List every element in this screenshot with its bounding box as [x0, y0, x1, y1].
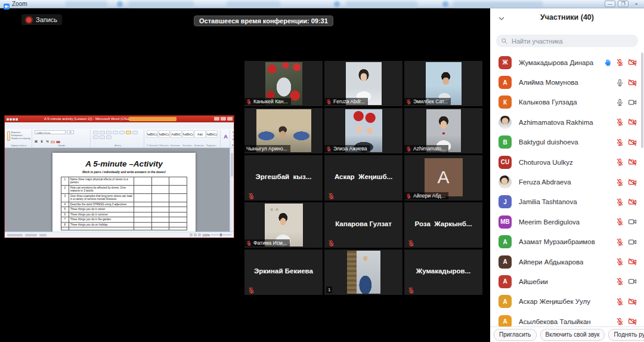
participant-row[interactable]: А Айпери Абдыкарова: [490, 252, 644, 272]
video-tile[interactable]: Капарова Гулзат: [324, 202, 402, 248]
unmute-button[interactable]: Включить свой звук: [540, 329, 605, 341]
participant-row[interactable]: B Baktygul duishoeva: [490, 133, 644, 152]
mic-muted-icon: [616, 218, 624, 226]
shared-word-window[interactable]: A 5-minute activity (Lesson 2)) - Micros…: [5, 116, 234, 238]
video-tile[interactable]: Аскар Жеңишб...: [324, 155, 402, 201]
video-tile[interactable]: 1: [324, 249, 402, 295]
participant-row[interactable]: А Алийма Момунова: [490, 72, 644, 92]
video-tile[interactable]: Feruza Abdr...: [324, 61, 402, 106]
answer-cell: [169, 185, 187, 193]
sort-button[interactable]: [119, 131, 125, 134]
participant-row[interactable]: Ж Жумакадырова Динара: [490, 53, 644, 72]
mic-muted-icon: [616, 118, 624, 126]
format-buttons[interactable]: Ж К Ч: [35, 140, 60, 143]
search-box[interactable]: [496, 35, 638, 47]
invite-button[interactable]: Пригласить: [494, 329, 537, 341]
mic-muted-icon: [248, 191, 255, 198]
video-tile[interactable]: Чыныгул Арино...: [244, 108, 323, 153]
style-chip[interactable]: Aab Название: [194, 130, 206, 143]
video-tile[interactable]: Эркинай Бекиева: [244, 249, 323, 295]
zoom-app-window: Zoom — ❐ × Запись Оставшееся время конфе…: [0, 0, 644, 342]
font-color-icon[interactable]: [56, 141, 60, 143]
answer-cell: [134, 207, 152, 212]
participant-row[interactable]: А Асылбекова Талыйкан: [490, 312, 644, 326]
participant-row[interactable]: А Азамат Мурзаибраимов: [490, 232, 644, 252]
tile-badge: 1: [326, 286, 332, 293]
search-input[interactable]: [510, 37, 633, 45]
blurred-app-dot: [334, 1, 340, 7]
multilevel-button[interactable]: [106, 131, 112, 134]
video-tile[interactable]: Эмилбек Сат...: [404, 61, 482, 106]
shading-button[interactable]: [106, 135, 112, 139]
copy-button[interactable]: Копировать: [11, 134, 30, 137]
video-tile[interactable]: Эргешбай кыз...: [244, 155, 323, 201]
participant-row[interactable]: MB Meerim Berdigulova: [490, 212, 644, 232]
participant-row[interactable]: А Аскар Жеңишбек Уулу: [490, 292, 644, 312]
select-button[interactable]: Выделить: [233, 138, 234, 141]
tile-participant-name: Жумакадыров...: [404, 249, 482, 295]
participant-row[interactable]: CU Choturova Uulkyz: [490, 152, 644, 172]
video-tile[interactable]: Фатима Исм...: [244, 202, 323, 248]
video-tile[interactable]: Azhimamato...: [404, 108, 482, 153]
align-right-button[interactable]: [93, 135, 98, 139]
word-window-controls[interactable]: [214, 117, 233, 121]
minimize-button[interactable]: —: [605, 1, 615, 7]
font-size-select[interactable]: 11: [67, 130, 74, 134]
style-chip[interactable]: AaBbCcI 1 Обычный: [147, 130, 158, 143]
word-title-bar[interactable]: A 5-minute activity (Lesson 2)) - Micros…: [5, 116, 234, 122]
cut-button[interactable]: Вырезать: [11, 131, 30, 134]
document-area[interactable]: A 5-minute –Activity Work in pairs / ind…: [5, 148, 234, 232]
video-tile[interactable]: A Айпери Абд...: [404, 155, 482, 201]
view-mode-icon[interactable]: [198, 233, 201, 236]
font-name-select[interactable]: Calibri (Осно: [35, 130, 66, 134]
participant-name: Айшебии: [519, 278, 548, 285]
document-scrollbar[interactable]: [230, 148, 234, 232]
participant-name: Асылбекова Талыйкан: [519, 318, 591, 325]
style-chip[interactable]: AaBbCc. Подзагол...: [206, 130, 218, 143]
word-status-bar: 100%: [5, 232, 234, 238]
quick-access-toolbar[interactable]: [7, 118, 18, 121]
close-button[interactable]: ×: [631, 1, 642, 7]
list-button[interactable]: [93, 131, 98, 134]
participant-row[interactable]: К Калыкова Гулзада: [490, 93, 644, 112]
replace-button[interactable]: Заменить: [233, 134, 234, 137]
participant-row[interactable]: Feruza Abdraeva: [490, 172, 644, 192]
participant-row[interactable]: А Айшебии: [490, 272, 644, 291]
raise-hand-button[interactable]: Поднять руку: [608, 329, 644, 341]
view-mode-icon[interactable]: [194, 233, 197, 236]
participant-avatar-photo: [499, 116, 512, 129]
video-tile[interactable]: Роза Жаркынб...: [404, 202, 482, 248]
video-tile[interactable]: Жумакадыров...: [404, 249, 482, 295]
mic-muted-icon: [328, 238, 335, 245]
participant-row[interactable]: Azhimamatova Rakhima: [490, 112, 644, 132]
style-chip[interactable]: AaBbCc Заголово...: [182, 130, 194, 143]
format-painter-button[interactable]: Формат по образцу: [11, 137, 30, 140]
justify-button[interactable]: [100, 135, 105, 139]
video-tile[interactable]: Элиза Ажиева: [324, 108, 402, 153]
group-caption: Редактирование: [231, 144, 234, 147]
style-chip[interactable]: AaBbCcI 1 Без инте...: [159, 130, 170, 143]
indent-button[interactable]: [113, 131, 118, 134]
participant-avatar: К: [499, 95, 512, 109]
maximize-button[interactable]: ❐: [618, 1, 628, 7]
align-left-button[interactable]: [126, 131, 131, 134]
ribbon-tabs: [5, 122, 234, 129]
style-chip[interactable]: AaBbC Заголово...: [171, 130, 182, 143]
participant-row[interactable]: J Jamilia Tashtanova: [490, 192, 644, 212]
panel-scrollbar[interactable]: [641, 53, 643, 148]
align-center-button[interactable]: [132, 131, 138, 134]
camera-off-icon: [628, 118, 637, 127]
video-tile[interactable]: Каныкей Кан...: [244, 61, 323, 106]
chevron-down-icon[interactable]: [498, 14, 505, 21]
numbering-button[interactable]: [100, 131, 105, 134]
change-styles-icon[interactable]: А: [224, 134, 228, 140]
zoom-slider[interactable]: [211, 235, 231, 235]
participant-name: Жумакадырова Динара: [519, 59, 593, 66]
paste-icon[interactable]: [7, 131, 10, 141]
tile-name-label: Чыныгул Арино...: [244, 145, 290, 152]
answer-cell: [151, 222, 169, 227]
recording-indicator[interactable]: Запись: [21, 14, 62, 25]
find-button[interactable]: Найти: [233, 131, 234, 134]
highlight-color-icon[interactable]: [51, 141, 55, 143]
view-mode-icon[interactable]: [190, 233, 193, 236]
